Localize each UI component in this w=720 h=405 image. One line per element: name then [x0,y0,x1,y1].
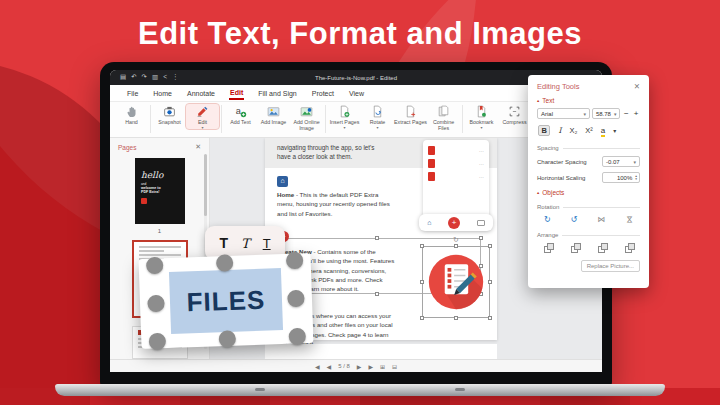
character-spacing-label: Character Spacing [537,159,587,165]
replace-picture-button[interactable]: Replace Picture... [581,260,640,272]
text-section-label: Text [542,97,554,104]
flip-vertical-icon[interactable]: ⋈ [624,216,633,224]
send-to-back-icon[interactable] [625,243,633,251]
selection-handle[interactable] [420,244,424,248]
close-icon[interactable]: ✕ [634,82,640,91]
add-online-image-button[interactable]: Add Online Image [290,104,323,131]
collapse-triangle-icon: ▴ [537,98,539,103]
selection-handle[interactable] [149,333,167,351]
character-spacing-select[interactable]: -0.07 ▾ [602,156,640,167]
thumb-brand-text: PDF Extra! [141,190,159,194]
font-color-button[interactable]: a [601,126,605,137]
tool-label: Snapshot [158,119,180,125]
edit-tool-button[interactable]: Edit ▾ [186,104,219,129]
first-page-icon[interactable]: ◀ [315,363,320,370]
decrease-size-button[interactable]: − [622,109,630,118]
home-paragraph[interactable]: ⌂ Home - This is the default PDF Extra m… [277,176,395,218]
status-bar: ◀ ◀ 5 / 8 ▶ ▶ ⊞ ⊟ [110,359,602,372]
selection-handle[interactable] [146,257,164,275]
stepper-arrows-icon[interactable]: ▴▾ [635,175,637,181]
panel-title: Editing Tools [537,82,579,91]
selection-handle[interactable] [454,316,458,320]
chevron-down-icon: ▾ [633,159,636,165]
file-list-item: ⋯ [426,170,486,183]
selection-handle[interactable] [420,316,424,320]
bookmark-button[interactable]: Bookmark ▾ [465,104,498,129]
rotate-pages-button[interactable]: Rotate ▾ [361,104,394,129]
snapshot-button[interactable]: Snapshot [153,104,186,125]
bold-t-glyph[interactable]: T [219,235,228,251]
add-button-icon: + [448,217,460,229]
zoom-icon[interactable]: ⊟ [392,363,397,370]
selection-handle[interactable] [286,252,304,270]
objects-section-header[interactable]: ▴ Objects [537,189,640,196]
selected-image[interactable]: ↻ [419,236,493,320]
underline-t-glyph[interactable]: T [263,236,271,251]
bold-button[interactable]: B [538,125,550,136]
collapse-triangle-icon: ▴ [537,190,539,195]
selection-handle[interactable] [420,280,424,284]
selection-handle[interactable] [454,244,458,248]
extract-pages-button[interactable]: Extract Pages [394,104,427,125]
compress-button[interactable]: Compress [498,104,531,125]
home-menu-icon: ⌂ [277,176,288,187]
add-image-button[interactable]: Add Image [257,104,290,125]
bring-to-front-icon[interactable] [598,243,606,251]
increase-size-button[interactable]: + [632,109,640,118]
selection-handle[interactable] [488,316,492,320]
subscript-button[interactable]: X₂ [569,126,577,135]
tab-fill-and-sign[interactable]: Fill and Sign [257,87,298,99]
hand-tool-button[interactable]: Hand [115,104,148,125]
selection-handle[interactable] [375,292,379,296]
italic-t-glyph[interactable]: T [241,236,250,251]
selection-handle[interactable] [147,295,165,313]
chevron-down-icon: ▾ [343,126,345,129]
horizontal-scaling-stepper[interactable]: 100% ▴▾ [602,172,640,183]
add-text-button[interactable]: a Add Text [224,104,257,125]
chevron-down-icon: ▾ [614,111,617,117]
toolbar-separator [150,105,151,133]
last-page-icon[interactable]: ▶ [368,363,373,370]
close-icon[interactable]: ✕ [195,143,201,151]
selection-handle[interactable] [488,280,492,284]
laptop-base [55,384,665,396]
horizontal-scaling-value: 100% [617,175,632,181]
font-size-value: 58.78 [596,111,611,117]
text-section-header[interactable]: ▴ Text [537,97,640,104]
selection-handle[interactable] [219,330,237,348]
selection-handle[interactable] [488,244,492,248]
tab-annotate[interactable]: Annotate [186,87,216,99]
flip-horizontal-icon[interactable]: ⋈ [597,215,605,224]
rotate-right-icon[interactable]: ↻ [544,215,551,224]
selection-handle[interactable] [375,236,379,240]
send-backward-icon[interactable] [571,243,579,251]
bring-forward-icon[interactable] [544,243,552,251]
font-family-select[interactable]: Arial ▾ [537,108,590,119]
next-page-edge [265,344,497,359]
tab-edit[interactable]: Edit [229,86,244,100]
toolbar-separator [462,105,463,133]
tab-file[interactable]: File [126,87,139,99]
selection-handle[interactable] [216,254,234,272]
spacing-divider: Spacing [537,145,640,151]
sidebar-scrollbar-thumb[interactable] [204,154,207,216]
rotate-left-icon[interactable]: ↺ [571,215,578,224]
selection-handle[interactable] [288,328,306,346]
insert-pages-button[interactable]: Insert Pages ▾ [328,104,361,129]
fit-page-icon[interactable]: ⊞ [380,363,385,370]
next-page-icon[interactable]: ▶ [357,363,362,370]
rotation-handle[interactable]: ↻ [453,236,459,244]
page-thumbnail-1[interactable]: hello and welcome to PDF Extra! [135,158,185,224]
tab-home[interactable]: Home [152,87,173,99]
italic-button[interactable]: I [558,126,561,135]
prev-page-icon[interactable]: ◀ [327,363,332,370]
font-size-select[interactable]: 58.78 ▾ [592,108,621,119]
tab-protect[interactable]: Protect [311,87,335,99]
thumb-hello-text: hello [141,170,163,180]
selection-handle[interactable] [287,290,305,308]
combine-files-button[interactable]: Combine Files [427,104,460,131]
superscript-button[interactable]: X² [585,126,593,135]
chevron-down-icon[interactable]: ▾ [613,127,616,134]
tab-view[interactable]: View [348,87,365,99]
arrange-divider: Arrange [537,232,640,238]
